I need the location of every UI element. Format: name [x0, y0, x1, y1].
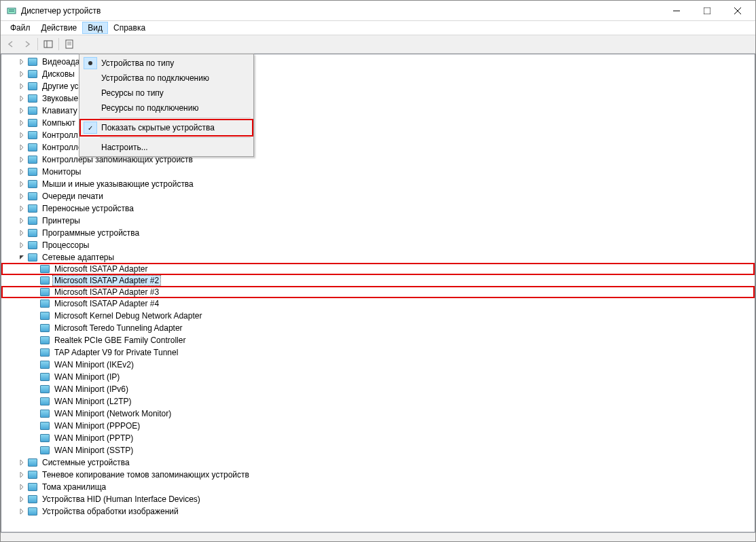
expand-icon[interactable] [16, 81, 27, 92]
maximize-button[interactable] [691, 1, 722, 20]
expand-icon[interactable] [16, 191, 27, 202]
network-adapter-icon [39, 396, 50, 407]
network-adapter-item[interactable]: WAN Miniport (PPTP) [1, 432, 755, 444]
category-item[interactable]: Очереди печати [1, 190, 755, 202]
expand-icon[interactable] [16, 105, 27, 116]
forward-button[interactable] [20, 37, 35, 52]
tree-item-label: Realtek PCIe GBE Family Controller [53, 336, 187, 345]
expand-icon[interactable] [16, 215, 27, 226]
menu-action[interactable]: Действие [36, 22, 83, 34]
category-item[interactable]: Теневое копирование томов запоминающих у… [1, 469, 755, 481]
expand-icon[interactable] [16, 130, 27, 141]
category-item[interactable]: Мониторы [1, 166, 755, 178]
back-button[interactable] [3, 37, 18, 52]
device-icon [27, 166, 38, 177]
network-adapter-item[interactable]: WAN Miniport (Network Monitor) [1, 408, 755, 420]
properties-button[interactable] [62, 37, 77, 52]
device-icon [27, 469, 38, 480]
tree-item-label: WAN Miniport (L2TP) [53, 397, 133, 406]
network-adapter-icon [39, 372, 50, 382]
category-item[interactable]: Принтеры [1, 215, 755, 227]
category-network-adapters[interactable]: Сетевые адаптеры [1, 251, 755, 264]
tree-item-label: Процессоры [41, 240, 91, 250]
spacer [29, 347, 39, 358]
expand-icon[interactable] [16, 142, 27, 153]
close-button[interactable] [722, 1, 753, 20]
expand-icon[interactable] [16, 240, 27, 251]
category-item[interactable]: Мыши и иные указывающие устройства [1, 178, 755, 190]
expand-icon[interactable] [16, 56, 27, 67]
tree-item-label: Дисковы [41, 69, 76, 79]
spacer [29, 420, 39, 431]
network-adapter-icon [39, 335, 50, 346]
statusbar [1, 532, 755, 541]
expand-icon[interactable] [16, 203, 27, 214]
category-item[interactable]: Программные устройства [1, 227, 755, 239]
view-dropdown: Устройства по типу Устройства по подключ… [79, 54, 254, 157]
radio-selected-icon [84, 57, 97, 69]
network-adapter-item[interactable]: Microsoft Kernel Debug Network Adapter [1, 310, 755, 322]
collapse-icon[interactable] [16, 252, 27, 263]
network-adapter-item[interactable]: Realtek PCIe GBE Family Controller [1, 334, 755, 346]
spacer [29, 335, 39, 346]
expand-icon[interactable] [16, 118, 27, 128]
dd-resources-by-type[interactable]: Ресурсы по типу [81, 86, 252, 101]
network-adapter-item[interactable]: WAN Miniport (IPv6) [1, 383, 755, 395]
expand-icon[interactable] [16, 179, 27, 189]
network-adapter-item[interactable]: TAP Adapter V9 for Private Tunnel [1, 346, 755, 359]
dd-customize[interactable]: Настроить... [81, 140, 252, 155]
menu-file[interactable]: Файл [5, 22, 36, 34]
expand-icon[interactable] [16, 69, 27, 79]
network-adapter-icon [39, 264, 50, 274]
network-adapter-item[interactable]: Microsoft ISATAP Adapter #2 [1, 274, 755, 287]
expand-icon[interactable] [16, 228, 27, 238]
expand-icon[interactable] [16, 469, 27, 480]
category-item[interactable]: Устройства HID (Human Interface Devices) [1, 493, 755, 505]
minimize-button[interactable] [661, 1, 691, 20]
network-adapter-item[interactable]: WAN Miniport (IKEv2) [1, 359, 755, 371]
device-icon [27, 118, 38, 128]
tree-item-label: Контролл [41, 130, 79, 140]
expand-icon[interactable] [16, 482, 27, 492]
network-adapter-icon [39, 323, 50, 333]
tree-item-label: WAN Miniport (Network Monitor) [53, 409, 173, 418]
network-adapter-item[interactable]: WAN Miniport (L2TP) [1, 395, 755, 408]
network-adapter-item[interactable]: Microsoft ISATAP Adapter #4 [1, 297, 755, 310]
menu-view[interactable]: Вид [82, 22, 108, 34]
network-adapter-icon [39, 445, 50, 456]
device-icon [27, 494, 38, 505]
expand-icon[interactable] [16, 506, 27, 517]
category-item[interactable]: Переносные устройства [1, 202, 755, 215]
tree-item-label: WAN Miniport (IKEv2) [53, 360, 135, 369]
menu-help[interactable]: Справка [108, 22, 151, 34]
dd-label: Ресурсы по типу [101, 88, 164, 98]
expand-icon[interactable] [16, 166, 27, 177]
device-icon [27, 81, 38, 92]
device-icon [27, 203, 38, 214]
show-hide-tree-button[interactable] [41, 37, 56, 52]
dd-show-hidden[interactable]: ✓ Показать скрытые устройства [79, 119, 253, 137]
network-adapter-item[interactable]: WAN Miniport (PPPOE) [1, 420, 755, 432]
category-item[interactable]: Системные устройства [1, 456, 755, 469]
category-item[interactable]: Процессоры [1, 239, 755, 251]
network-adapter-item[interactable]: WAN Miniport (SSTP) [1, 444, 755, 456]
device-icon [27, 154, 38, 165]
expand-icon[interactable] [16, 457, 27, 468]
expand-icon[interactable] [16, 154, 27, 165]
dd-devices-by-connection[interactable]: Устройства по подключению [81, 71, 252, 86]
network-adapter-icon [39, 275, 50, 286]
dd-resources-by-connection[interactable]: Ресурсы по подключению [81, 101, 252, 115]
expand-icon[interactable] [16, 494, 27, 505]
category-item[interactable]: Устройства обработки изображений [1, 505, 755, 518]
network-adapter-item[interactable]: Microsoft Teredo Tunneling Adapter [1, 322, 755, 334]
content-area: Устройства по типу Устройства по подключ… [1, 54, 755, 532]
device-icon [27, 105, 38, 116]
expand-icon[interactable] [16, 93, 27, 104]
network-adapter-item[interactable]: Microsoft ISATAP Adapter [1, 263, 755, 275]
category-item[interactable]: Тома хранилища [1, 481, 755, 493]
svg-rect-9 [66, 40, 73, 48]
dd-devices-by-type[interactable]: Устройства по типу [81, 56, 252, 71]
network-adapter-item[interactable]: WAN Miniport (IP) [1, 371, 755, 383]
network-adapter-item[interactable]: Microsoft ISATAP Adapter #3 [1, 286, 755, 298]
svg-rect-2 [9, 11, 14, 12]
